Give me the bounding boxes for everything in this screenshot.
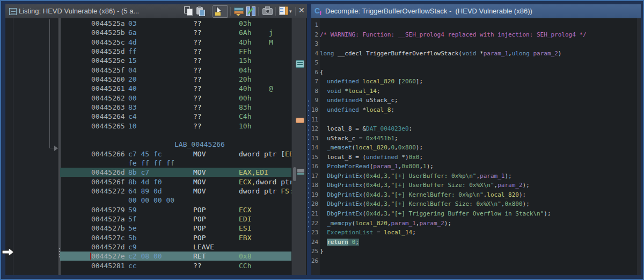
- decompile-scrollbar[interactable]: [637, 18, 641, 275]
- decompile-line[interactable]: 15 local_8 = (undefined *)0x0;: [311, 153, 423, 162]
- copy-icon[interactable]: [184, 6, 193, 15]
- toolbar-separator: [275, 7, 276, 16]
- cursor-tool-icon[interactable]: [213, 5, 228, 18]
- code-token-pln: ;: [419, 154, 423, 161]
- listing-row[interactable]: 0044525e15??15h: [60, 56, 291, 65]
- listing-row[interactable]: 0044526383??83h: [60, 103, 291, 112]
- listing-row[interactable]: 0044525f04??04h: [60, 66, 291, 75]
- fields-editor-icon[interactable]: [234, 6, 243, 16]
- decompile-line[interactable]: 25}: [311, 247, 324, 256]
- decompile-line[interactable]: 12 local_8 = &DAT_004023e0;: [311, 124, 412, 133]
- decompile-line[interactable]: 3: [311, 39, 320, 48]
- listing-addr: 00445263: [91, 103, 125, 112]
- listing-row[interactable]: 0044527a5fPOPEDI: [60, 214, 291, 224]
- dropdown-caret-icon[interactable]: ▾: [289, 9, 292, 14]
- listing-row[interactable]: 0044527959POPECX: [60, 205, 291, 214]
- cursor-marker-icon[interactable]: [297, 169, 304, 173]
- listing-overview-margin[interactable]: [291, 18, 306, 275]
- bookmark-book-icon[interactable]: [279, 6, 288, 15]
- listing-operand: dword ptr FS:[0],ECX: [239, 186, 291, 196]
- listing-byte: 83: [128, 103, 137, 112]
- code-token-pln: {: [320, 69, 324, 76]
- listing-title: Listing: HEVD Vulnerable (x86) - (5 a...: [19, 7, 139, 15]
- decompile-line[interactable]: 14 _memset(local_820,0,0x800);: [311, 143, 423, 152]
- decompile-line[interactable]: 10 undefined *local_8;: [311, 105, 394, 114]
- listing-icon: [9, 8, 17, 15]
- listing-row[interactable]: 0044526140??40h@: [60, 84, 291, 93]
- listing-row[interactable]: [60, 131, 291, 140]
- listing-header[interactable]: Listing: HEVD Vulnerable (x86) - (5 a...…: [5, 4, 307, 19]
- listing-row[interactable]: 0044526200??00h: [60, 94, 291, 103]
- decompile-line[interactable]: 9 undefined4 uStack_c;: [311, 96, 398, 105]
- decompile-title: Decompile: TriggerBufferOverflowStack - …: [325, 7, 532, 15]
- decompile-line[interactable]: 20 DbgPrintEx(0x4d,3,"[+] KernelBuffer S…: [311, 199, 530, 209]
- code-token-num: 3: [384, 200, 387, 207]
- code-token-pln: );: [444, 220, 451, 227]
- listing-row[interactable]: 0044527b5ePOPESI: [60, 224, 291, 233]
- listing-row[interactable]: 0044527c5bPOPEBX: [60, 233, 291, 242]
- listing-operand: 10h: [239, 121, 251, 131]
- decompile-line[interactable]: 23 ExceptionList = local_14;: [311, 228, 416, 237]
- listing-operand: EDI: [239, 214, 251, 224]
- listing-mnem: POP: [193, 205, 206, 214]
- bookmark-marker-icon[interactable]: [296, 118, 304, 123]
- listing-row[interactable]: 00445266c7 45 fcMOVdword ptr [EBP: [60, 149, 291, 159]
- listing-addr: 0044525e: [91, 56, 125, 65]
- listing-row[interactable]: 00 00 00 00: [60, 196, 291, 205]
- code-token-num: 2060: [401, 78, 416, 85]
- decompile-line[interactable]: 26: [311, 256, 320, 265]
- decompile-line[interactable]: 8 void *local_14;: [311, 87, 380, 96]
- listing-row[interactable]: 0044525dff??FFh: [60, 47, 291, 56]
- decompile-line[interactable]: 22 _memcpy(local_820,param_1,param_2);: [311, 219, 451, 228]
- decompile-line[interactable]: 19 DbgPrintEx(0x4d,3,"[+] KernelBuffer: …: [311, 190, 526, 199]
- listing-operand: EAX,EDI: [239, 168, 268, 177]
- listing-row[interactable]: 0044525c4d??4DhM: [60, 38, 291, 47]
- code-token-vrk: local_14: [384, 229, 412, 236]
- decompile-line[interactable]: 11: [311, 115, 320, 124]
- diff-view-icon[interactable]: [246, 6, 255, 16]
- decompile-header[interactable]: Cf Decompile: TriggerBufferOverflowStack…: [311, 4, 641, 18]
- listing-operand: 40h: [239, 84, 251, 93]
- code-token-typ: undefined: [327, 106, 359, 113]
- code-token-pln: [320, 182, 327, 189]
- decompile-line[interactable]: 13 uStack_c = 0x4451b1;: [311, 134, 398, 143]
- decompile-line[interactable]: 4long __cdecl TriggerBufferOverflowStack…: [311, 49, 561, 58]
- scrollbar-thumb[interactable]: [293, 167, 296, 181]
- paste-icon[interactable]: [196, 6, 205, 16]
- listing-row[interactable]: 0044526f8b 4d f0MOVECX,dword ptr [EBP: [60, 177, 291, 186]
- listing-row[interactable]: 0044527264 89 0dMOVdword ptr FS:[0],ECX: [60, 186, 291, 196]
- listing-operand: 03h: [239, 19, 251, 28]
- listing-row[interactable]: 0044526020??20h: [60, 75, 291, 84]
- code-token-pln: [320, 200, 327, 207]
- decompile-line[interactable]: 2/* WARNING: Function: __SEH_prolog4 rep…: [311, 30, 587, 39]
- listing-row[interactable]: 0044527ec2 08 00RET0x8: [60, 252, 291, 261]
- listing-row[interactable]: 0044526510??10h: [60, 121, 291, 131]
- decompile-line[interactable]: 1: [311, 20, 320, 30]
- decompile-line[interactable]: 24 return 0;: [311, 238, 359, 247]
- snapshot-camera-icon[interactable]: [262, 6, 273, 15]
- listing-mnem: LEAVE: [193, 242, 214, 252]
- decompile-line[interactable]: 18 DbgPrintEx(0x4d,3,"[+] UserBuffer Siz…: [311, 181, 530, 190]
- listing-row[interactable]: 0044525b6a??6Ahj: [60, 28, 291, 37]
- listing-row[interactable]: 0044525a03??03h: [60, 19, 291, 28]
- listing-row[interactable]: 0044527dc9LEAVE: [60, 242, 291, 252]
- listing-label-row[interactable]: LAB_00445266: [60, 140, 291, 149]
- listing-row[interactable]: 00445281cc??CCh: [60, 261, 291, 270]
- listing-row[interactable]: 0044526d8b c7MOVEAX,EDI: [60, 168, 291, 177]
- code-token-num: 0x800: [504, 200, 522, 207]
- decompile-line[interactable]: 21 DbgPrintEx(0x4d,3,"[+] Triggering Buf…: [311, 209, 551, 218]
- analysis-marker-icon[interactable]: [296, 60, 304, 68]
- code-token-num: 0x4d: [366, 182, 380, 189]
- decompile-line[interactable]: 7 undefined local_820 [2060];: [311, 77, 423, 86]
- decompile-line[interactable]: 5: [311, 58, 320, 67]
- close-icon[interactable]: ✕: [298, 6, 305, 15]
- listing-row[interactable]: 00445264c4??C4h: [60, 112, 291, 121]
- listing-row[interactable]: fe ff ff ff: [60, 159, 291, 168]
- decompile-line[interactable]: 6{: [311, 68, 324, 77]
- decompile-line[interactable]: 16 ProbeForRead(param_1,0x800,1);: [311, 162, 434, 171]
- cursor-marker-underline: [297, 173, 304, 175]
- decompile-line[interactable]: 17 DbgPrintEx(0x4d,3,"[+] UserBuffer: 0x…: [311, 171, 512, 181]
- line-number: 7: [311, 77, 318, 86]
- code-token-num: 3: [384, 173, 387, 180]
- panel-splitter[interactable]: [308, 100, 309, 234]
